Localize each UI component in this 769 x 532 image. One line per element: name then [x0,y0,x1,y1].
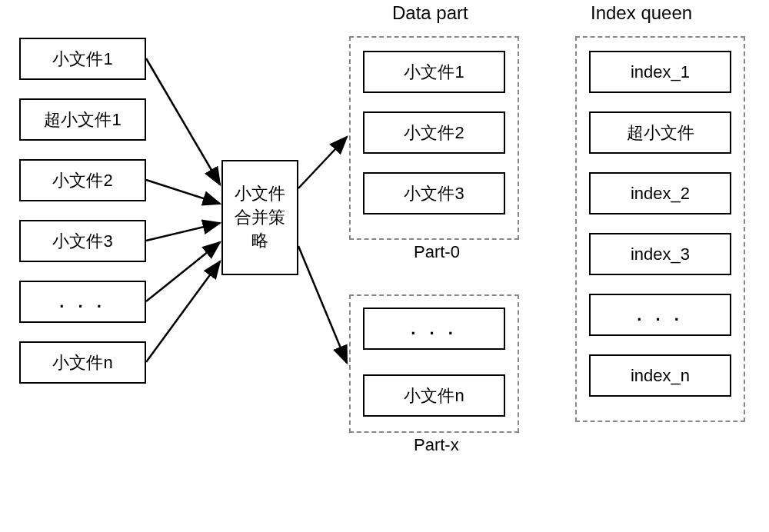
merge-strategy-box: 小文件 合并策略 [221,160,298,275]
index-label: index_1 [631,62,690,82]
index-label: index_2 [631,184,690,204]
tiny-file-box-1: 超小文件1 [19,98,146,141]
part0-file-label: 小文件1 [404,61,464,84]
index-2-box: index_2 [589,172,731,214]
part0-file-2: 小文件2 [363,111,505,154]
svg-line-4 [146,242,220,301]
partx-file-label: 小文件n [404,384,464,407]
small-file-label: 小文件2 [52,169,112,192]
part-0-label: Part-0 [414,242,460,262]
part0-file-label: 小文件2 [404,121,464,145]
partx-file-n: 小文件n [363,374,505,417]
small-file-box-3: 小文件3 [19,220,146,262]
ellipsis-label: . . . [637,305,684,325]
part0-file-3: 小文件3 [363,172,505,214]
index-tiny-box: 超小文件 [589,111,731,154]
tiny-file-label: 超小文件1 [44,108,121,131]
part0-file-label: 小文件3 [404,182,464,205]
small-file-label: 小文件n [52,351,112,374]
small-file-box-1: 小文件1 [19,38,146,80]
merge-strategy-line1: 小文件 [227,182,293,206]
part0-file-1: 小文件1 [363,51,505,93]
index-queen-title: Index queen [591,2,692,24]
small-file-box-2: 小文件2 [19,159,146,201]
ellipsis-label: . . . [411,319,458,339]
index-n-box: index_n [589,354,731,397]
index-label: 超小文件 [627,121,694,145]
merge-strategy-line2: 合并策略 [227,206,293,254]
index-label: index_3 [631,244,690,264]
svg-line-7 [298,246,347,363]
small-file-label: 小文件1 [52,48,112,71]
small-file-label: 小文件3 [52,230,112,253]
svg-line-5 [146,261,220,362]
part-x-label: Part-x [414,435,459,455]
data-part-title: Data part [392,2,468,24]
svg-line-3 [146,223,220,241]
ellipsis-box-left: . . . [19,281,146,323]
svg-line-2 [146,180,220,204]
small-file-box-n: 小文件n [19,341,146,384]
index-1-box: index_1 [589,51,731,93]
index-label: index_n [631,366,690,386]
ellipsis-label: . . . [59,292,106,312]
index-3-box: index_3 [589,233,731,275]
partx-ellipsis: . . . [363,308,505,350]
index-ellipsis-box: . . . [589,294,731,336]
svg-line-6 [298,137,347,188]
svg-line-1 [146,58,220,185]
